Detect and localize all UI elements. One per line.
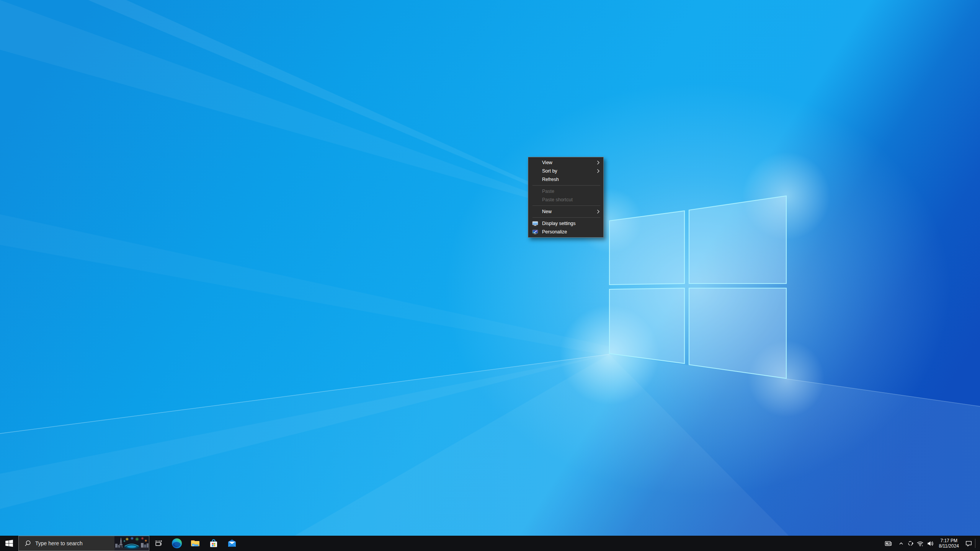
olympics-stadium-fireworks-image: [114, 536, 149, 551]
chevron-up-icon: [898, 540, 904, 546]
menu-item-label: Display settings: [542, 221, 576, 226]
menu-item-label: Paste: [542, 189, 554, 194]
menu-item-label: Sort by: [542, 168, 557, 174]
mail-icon: [227, 538, 237, 548]
menu-item-personalize[interactable]: Personalize: [528, 228, 603, 236]
action-center-button[interactable]: [962, 536, 975, 551]
app-ring-icon: [907, 540, 914, 547]
windows-start-icon: [5, 539, 14, 548]
menu-item-label: New: [542, 209, 552, 214]
display-settings-icon: [532, 220, 538, 227]
start-button[interactable]: [0, 536, 18, 551]
microsoft-edge-icon: [172, 538, 182, 549]
menu-item-new[interactable]: New: [528, 207, 603, 216]
menu-item-paste: Paste: [528, 187, 603, 196]
personalize-icon: [532, 229, 538, 235]
wallpaper-art: [0, 0, 980, 551]
desktop-wallpaper: [0, 0, 980, 551]
microsoft-edge-button[interactable]: [168, 536, 186, 551]
search-input[interactable]: [35, 540, 104, 546]
wifi-icon: [916, 540, 924, 547]
system-tray: 7:17 PM 8/11/2024: [881, 536, 980, 551]
submenu-arrow-icon: [597, 169, 600, 173]
show-hidden-icons-button[interactable]: [896, 536, 906, 551]
news-and-interests-button[interactable]: [881, 536, 896, 551]
clock-time: 7:17 PM: [939, 538, 959, 543]
microsoft-store-icon: [209, 538, 219, 548]
mail-button[interactable]: [223, 536, 241, 551]
microsoft-store-button[interactable]: [204, 536, 223, 551]
file-explorer-icon: [190, 538, 200, 548]
submenu-arrow-icon: [597, 209, 600, 214]
menu-item-refresh[interactable]: Refresh: [528, 175, 603, 184]
clock[interactable]: 7:17 PM 8/11/2024: [936, 538, 962, 549]
file-explorer-button[interactable]: [186, 536, 204, 551]
task-view-button[interactable]: [149, 536, 168, 551]
submenu-arrow-icon: [597, 160, 600, 165]
task-view-icon: [155, 540, 163, 548]
tray-app-button[interactable]: [906, 536, 915, 551]
menu-separator: [532, 205, 600, 206]
search-icon: [24, 540, 31, 547]
taskbar: 7:17 PM 8/11/2024: [0, 536, 980, 551]
volume-button[interactable]: [925, 536, 936, 551]
clock-date: 8/11/2024: [939, 543, 959, 549]
news-icon: [885, 540, 892, 547]
taskbar-empty-area: [241, 536, 881, 551]
menu-item-label: Personalize: [542, 229, 567, 235]
show-desktop-button[interactable]: [975, 536, 980, 551]
search-promo-image[interactable]: [114, 536, 149, 551]
menu-item-label: Paste shortcut: [542, 197, 573, 202]
menu-item-display-settings[interactable]: Display settings: [528, 219, 603, 228]
speaker-icon: [927, 540, 934, 547]
menu-item-view[interactable]: View: [528, 158, 603, 167]
menu-item-sort-by[interactable]: Sort by: [528, 167, 603, 175]
action-center-icon: [965, 540, 972, 547]
taskbar-search-box[interactable]: [18, 536, 149, 551]
network-button[interactable]: [915, 536, 925, 551]
desktop-context-menu: View Sort by Refresh Paste Paste shortcu…: [528, 157, 604, 238]
menu-item-label: View: [542, 160, 552, 165]
menu-separator: [532, 185, 600, 186]
menu-item-label: Refresh: [542, 177, 559, 182]
menu-item-paste-shortcut: Paste shortcut: [528, 196, 603, 204]
menu-separator: [532, 217, 600, 218]
